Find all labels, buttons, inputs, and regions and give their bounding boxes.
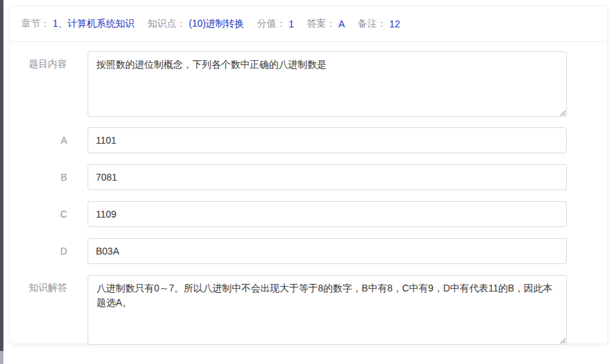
question-detail-card: 章节： 1、计算机系统知识 知识点： (10)进制转换 分值： 1 答案： A … — [10, 5, 608, 344]
option-a-label: A — [10, 127, 88, 153]
option-b-label: B — [10, 164, 88, 190]
question-content-label: 题目内容 — [10, 51, 88, 70]
option-a-input[interactable] — [88, 127, 567, 153]
score-value[interactable]: 1 — [289, 18, 294, 29]
question-content-row: 题目内容 按照数的进位制概念，下列各个数中正确的八进制数是 — [10, 51, 607, 117]
window-edge-strip — [0, 0, 3, 364]
score-label: 分值： — [257, 18, 286, 30]
answer-label: 答案： — [307, 18, 336, 30]
remark-label: 备注： — [358, 18, 387, 30]
knowledge-point-label: 知识点： — [148, 18, 186, 30]
question-form: 题目内容 按照数的进位制概念，下列各个数中正确的八进制数是 A B C D 知识… — [10, 42, 607, 345]
chapter-value[interactable]: 1、计算机系统知识 — [53, 18, 135, 30]
option-c-input[interactable] — [88, 201, 567, 227]
option-d-row: D — [10, 238, 607, 264]
knowledge-point-value[interactable]: (10)进制转换 — [189, 18, 244, 30]
option-b-row: B — [10, 164, 607, 190]
chapter-label: 章节： — [21, 18, 50, 30]
meta-item-score: 分值： 1 — [257, 18, 294, 30]
answer-value[interactable]: A — [339, 18, 345, 29]
remark-value[interactable]: 12 — [389, 18, 400, 29]
option-d-input[interactable] — [88, 238, 567, 264]
meta-item-knowledge-point: 知识点： (10)进制转换 — [148, 18, 244, 30]
question-content-textarea[interactable]: 按照数的进位制概念，下列各个数中正确的八进制数是 — [88, 51, 567, 117]
option-d-label: D — [10, 238, 88, 264]
explanation-label: 知识解答 — [10, 275, 88, 294]
meta-item-chapter: 章节： 1、计算机系统知识 — [21, 18, 135, 30]
meta-item-answer: 答案： A — [307, 18, 345, 30]
meta-item-remark: 备注： 12 — [358, 18, 400, 30]
option-c-row: C — [10, 201, 607, 227]
question-meta-bar: 章节： 1、计算机系统知识 知识点： (10)进制转换 分值： 1 答案： A … — [10, 6, 607, 42]
option-c-label: C — [10, 201, 88, 227]
window-edge-strip-footer — [0, 351, 3, 364]
explanation-row: 知识解答 八进制数只有0～7。所以八进制中不会出现大于等于8的数字，B中有8，C… — [10, 275, 607, 345]
option-b-input[interactable] — [88, 164, 567, 190]
question-detail-page: 章节： 1、计算机系统知识 知识点： (10)进制转换 分值： 1 答案： A … — [0, 0, 616, 364]
option-a-row: A — [10, 127, 607, 153]
explanation-textarea[interactable]: 八进制数只有0～7。所以八进制中不会出现大于等于8的数字，B中有8，C中有9，D… — [88, 275, 567, 345]
